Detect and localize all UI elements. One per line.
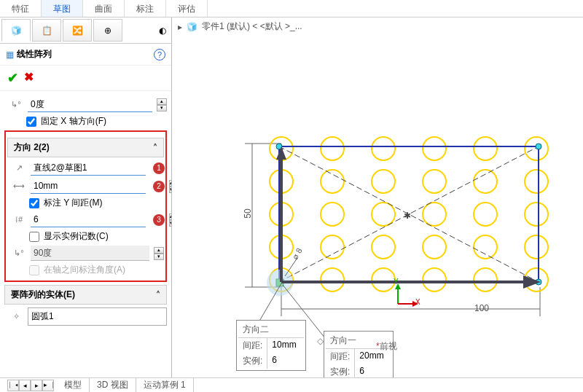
show-count-label: 显示实例记数(C) bbox=[44, 230, 109, 243]
help-icon[interactable]: ? bbox=[154, 49, 165, 60]
callout-direction-1[interactable]: ◇ 方向一 间距:20mm 实例:6 bbox=[324, 331, 394, 382]
spin-up[interactable]: ▴ bbox=[169, 180, 171, 187]
config-tab[interactable]: 🔀 bbox=[63, 19, 92, 42]
svg-point-21 bbox=[423, 203, 446, 226]
axis-x-label: X bbox=[415, 298, 420, 306]
spin-down[interactable]: ▾ bbox=[169, 220, 171, 227]
svg-point-23 bbox=[525, 203, 548, 226]
nav-first[interactable]: ⎸◂ bbox=[7, 380, 19, 391]
ok-button[interactable]: ✔ bbox=[7, 70, 18, 86]
svg-point-19 bbox=[321, 203, 344, 226]
direction-ref-input[interactable] bbox=[31, 160, 146, 176]
fix-x-axis-checkbox[interactable] bbox=[26, 117, 36, 127]
property-manager-panel: 🧊 📋 🔀 ⊕ ◐ ▦ 线性阵列 ? ✔ ✖ ↳° ▴▾ 固定 X 轴方向(F) bbox=[0, 17, 172, 377]
svg-point-41 bbox=[536, 144, 541, 149]
svg-point-7 bbox=[321, 137, 344, 160]
fix-x-axis-label: 固定 X 轴方向(F) bbox=[41, 115, 106, 128]
svg-point-9 bbox=[423, 137, 446, 160]
drag-handle-icon[interactable]: ◇ bbox=[317, 336, 324, 346]
chevron-up-icon[interactable]: ˄ bbox=[156, 290, 160, 300]
callout-count-label: 实例: bbox=[238, 353, 267, 369]
expand-tree-icon[interactable]: ▸ bbox=[178, 22, 182, 32]
model-tabs-bar: ⎸◂ ◂ ▸ ▸⎹ 模型 3D 视图 运动算例 1 bbox=[0, 377, 583, 392]
angle-x-input[interactable] bbox=[28, 97, 152, 112]
nav-prev[interactable]: ◂ bbox=[19, 380, 31, 391]
direction-2-header[interactable]: 方向 2(2) ˄ bbox=[7, 138, 164, 157]
svg-point-17 bbox=[525, 170, 548, 193]
dim-width[interactable]: 100 bbox=[474, 303, 489, 313]
svg-point-22 bbox=[474, 203, 497, 226]
spin-up[interactable]: ▴ bbox=[157, 98, 167, 105]
direction-ref-icon: ↗ bbox=[12, 162, 26, 175]
axis-y-label: Y bbox=[394, 278, 399, 286]
show-count-checkbox[interactable] bbox=[29, 232, 39, 242]
callout-badge-1: 1 bbox=[153, 162, 165, 174]
tab-annotate[interactable]: 标注 bbox=[125, 0, 166, 17]
sketch-canvas[interactable]: ✱ bbox=[172, 39, 580, 375]
spin-down[interactable]: ▾ bbox=[169, 187, 171, 193]
graphics-viewport[interactable]: ▸ 🧊 零件1 (默认) < <默认 >_... bbox=[172, 17, 583, 377]
part-icon: 🧊 bbox=[187, 22, 197, 32]
svg-point-15 bbox=[423, 170, 446, 193]
spacing-icon: ⟷ bbox=[12, 180, 26, 193]
nav-last[interactable]: ▸⎹ bbox=[42, 380, 54, 391]
tab-surfaces[interactable]: 曲面 bbox=[83, 0, 125, 17]
count-input[interactable] bbox=[31, 212, 146, 227]
tab-3dview[interactable]: 3D 视图 bbox=[90, 377, 136, 392]
tab-evaluate[interactable]: 评估 bbox=[166, 0, 208, 17]
part-name: 零件1 (默认) < <默认 >_... bbox=[202, 20, 302, 33]
feature-tree-tab[interactable]: 🧊 bbox=[1, 19, 31, 42]
dim-y-spacing-label: 标注 Y 间距(M) bbox=[44, 197, 102, 209]
angle-icon: ↳° bbox=[9, 98, 23, 111]
tab-model[interactable]: 模型 bbox=[57, 377, 90, 392]
svg-point-13 bbox=[321, 170, 344, 193]
triad-icon: Y X bbox=[392, 282, 420, 312]
breadcrumb[interactable]: ▸ 🧊 零件1 (默认) < <默认 >_... bbox=[178, 20, 302, 33]
view-name-label: 前视 bbox=[376, 340, 397, 353]
spin-up[interactable]: ▴ bbox=[169, 213, 171, 220]
svg-point-14 bbox=[372, 170, 395, 193]
callout-spacing-label: 间距: bbox=[238, 338, 267, 353]
entities-list[interactable]: 圆弧1 bbox=[28, 307, 167, 326]
svg-point-29 bbox=[525, 235, 548, 259]
pm-actions: ✔ ✖ bbox=[0, 66, 171, 91]
pm-title: 线性阵列 bbox=[17, 48, 52, 60]
svg-point-34 bbox=[474, 268, 497, 291]
chevron-up-icon[interactable]: ˄ bbox=[153, 143, 157, 153]
dimxpert-tab[interactable]: ⊕ bbox=[93, 19, 122, 42]
callout-badge-2: 2 bbox=[153, 181, 165, 192]
section-label: 方向 2(2) bbox=[14, 141, 50, 154]
tab-sketch[interactable]: 草图 bbox=[42, 0, 83, 17]
spin-up: ▴ bbox=[154, 247, 164, 254]
callout-spacing-label: 间距: bbox=[326, 349, 355, 364]
callout-direction-2[interactable]: 方向二 间距:10mm 实例:6 bbox=[236, 320, 306, 371]
svg-point-16 bbox=[474, 170, 497, 193]
callout-title: 方向二 bbox=[238, 322, 304, 338]
spin-down[interactable]: ▾ bbox=[157, 105, 167, 111]
tab-motion[interactable]: 运动算例 1 bbox=[136, 377, 194, 392]
svg-point-28 bbox=[474, 235, 497, 259]
svg-point-26 bbox=[372, 235, 395, 259]
callout-count-value[interactable]: 6 bbox=[267, 353, 302, 369]
svg-point-20 bbox=[372, 203, 395, 226]
nav-next[interactable]: ▸ bbox=[31, 380, 42, 391]
ribbon-tabs: 特征 草图 曲面 标注 评估 bbox=[0, 0, 583, 17]
callout-badge-3: 3 bbox=[153, 214, 165, 226]
count-icon: ⁞# bbox=[12, 213, 26, 227]
spin-down: ▾ bbox=[154, 254, 164, 260]
property-tab[interactable]: 📋 bbox=[32, 19, 61, 42]
cancel-button[interactable]: ✖ bbox=[24, 70, 34, 86]
angle-between-checkbox bbox=[29, 265, 39, 275]
panel-menu-icon[interactable]: ◐ bbox=[155, 19, 170, 42]
svg-point-8 bbox=[372, 137, 395, 160]
dim-height[interactable]: 50 bbox=[243, 208, 253, 218]
pm-header: ▦ 线性阵列 ? bbox=[0, 44, 171, 66]
section-label: 要阵列的实体(E) bbox=[11, 289, 75, 301]
spacing-input[interactable] bbox=[31, 179, 146, 194]
svg-point-33 bbox=[423, 268, 446, 291]
tab-features[interactable]: 特征 bbox=[0, 0, 42, 17]
entities-header[interactable]: 要阵列的实体(E) ˄ bbox=[4, 285, 167, 305]
dim-y-spacing-checkbox[interactable] bbox=[29, 198, 39, 208]
callout-spacing-value[interactable]: 10mm bbox=[267, 338, 303, 353]
svg-point-10 bbox=[474, 137, 497, 160]
